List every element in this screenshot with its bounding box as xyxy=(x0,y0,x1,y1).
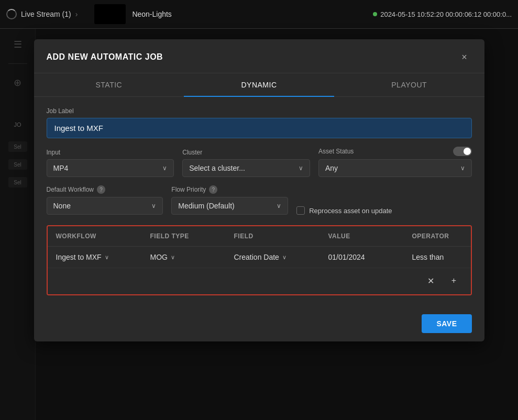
delete-row-button[interactable]: ✕ xyxy=(423,272,439,289)
live-stream-label: Live Stream (1) xyxy=(21,10,71,18)
input-group: Input MP4 ∨ xyxy=(47,149,174,177)
col-workflow: WORKFLOW xyxy=(56,233,150,240)
modal-overlay: ADD NEW AUTOMATIC JOB × STATIC DYNAMIC P… xyxy=(0,29,518,420)
workflow-chevron-icon: ∨ xyxy=(151,202,156,209)
timestamp-display: 2024-05-15 10:52:20 00:00:06:12 00:00:0.… xyxy=(380,10,512,18)
table-header: WORKFLOW FIELD TYPE FIELD VALUE OPERATOR xyxy=(48,226,471,247)
value-cell-value: 01/01/2024 xyxy=(328,253,365,261)
job-label-input[interactable] xyxy=(47,118,472,138)
stream-thumbnail xyxy=(94,4,126,24)
col-value: VALUE xyxy=(328,233,412,240)
close-icon: × xyxy=(461,52,467,63)
cluster-chevron-icon: ∨ xyxy=(299,164,303,172)
field-cell-value: Creation Date xyxy=(234,253,279,261)
asset-status-chevron-icon: ∨ xyxy=(460,164,465,172)
toggle-knob xyxy=(464,148,471,155)
reprocess-group: Reprocess asset on update xyxy=(296,201,471,215)
table-row: Ingest to MXF ∨ MOG ∨ Creation Date ∨ 01… xyxy=(48,247,471,268)
input-select[interactable]: MP4 ∨ xyxy=(47,159,174,177)
default-workflow-label: Default Workflow xyxy=(47,186,94,193)
input-value: MP4 xyxy=(53,164,69,172)
operator-cell: Less than ∧ xyxy=(412,253,472,261)
col-field-type: FIELD TYPE xyxy=(150,233,234,240)
cluster-group: Cluster Select a cluster... ∨ xyxy=(182,149,310,177)
live-stream-section: Live Stream (1) › xyxy=(6,9,78,19)
col-field: FIELD xyxy=(234,233,328,240)
field-cell: Creation Date ∨ xyxy=(234,253,328,261)
tab-playout[interactable]: PLAYOUT xyxy=(334,73,484,96)
workflow-cell-chevron-icon[interactable]: ∨ xyxy=(105,254,109,261)
reprocess-label: Reprocess asset on update xyxy=(309,207,392,215)
flow-priority-group: Flow Priority ? Medium (Default) ∨ xyxy=(171,185,288,215)
workflow-help-icon[interactable]: ? xyxy=(97,185,105,194)
modal-tabs: STATIC DYNAMIC PLAYOUT xyxy=(34,73,484,97)
input-label: Input xyxy=(47,149,174,156)
cluster-label: Cluster xyxy=(182,149,310,156)
modal-body: Job Label Input MP4 ∨ Cluster Selec xyxy=(34,97,484,306)
field-type-cell-value: MOG xyxy=(150,253,168,261)
flow-priority-value: Medium (Default) xyxy=(178,202,234,210)
asset-status-value: Any xyxy=(325,164,338,172)
field-type-cell: MOG ∨ xyxy=(150,253,234,261)
col-operator: OPERATOR xyxy=(412,233,472,240)
workflow-cell-value: Ingest to MXF xyxy=(56,253,102,261)
add-job-modal: ADD NEW AUTOMATIC JOB × STATIC DYNAMIC P… xyxy=(34,39,484,341)
online-indicator xyxy=(373,12,377,16)
modal-header: ADD NEW AUTOMATIC JOB × xyxy=(34,39,484,73)
toggle-switch[interactable] xyxy=(453,147,472,156)
job-label-group: Job Label xyxy=(47,107,472,138)
default-workflow-group: Default Workflow ? None ∨ xyxy=(47,185,163,215)
field-type-cell-chevron-icon[interactable]: ∨ xyxy=(171,254,175,261)
stream-info: Neon-Lights xyxy=(94,4,172,24)
priority-help-icon[interactable]: ? xyxy=(209,185,217,194)
field-cell-chevron-icon[interactable]: ∨ xyxy=(282,254,286,261)
chevron-right-icon: › xyxy=(75,10,78,18)
asset-status-select[interactable]: Any ∨ xyxy=(318,159,472,177)
conditions-table: WORKFLOW FIELD TYPE FIELD VALUE OPERATOR… xyxy=(47,225,472,295)
top-bar: Live Stream (1) › Neon-Lights 2024-05-15… xyxy=(0,0,518,29)
cluster-value: Select a cluster... xyxy=(189,164,245,172)
cluster-select[interactable]: Select a cluster... ∨ xyxy=(182,159,310,177)
asset-status-group: Asset Status Any ∨ xyxy=(318,147,472,177)
workflow-cell: Ingest to MXF ∨ xyxy=(56,253,150,261)
add-row-button[interactable]: + xyxy=(446,272,462,289)
stream-name: Neon-Lights xyxy=(132,10,172,18)
save-button[interactable]: SAVE xyxy=(422,314,471,333)
modal-title: ADD NEW AUTOMATIC JOB xyxy=(47,52,163,62)
operator-cell-value: Less than xyxy=(412,253,444,261)
priority-chevron-icon: ∨ xyxy=(277,202,281,209)
row-input-cluster-asset: Input MP4 ∨ Cluster Select a cluster... … xyxy=(47,147,472,177)
asset-status-label: Asset Status xyxy=(318,148,354,155)
job-label-label: Job Label xyxy=(47,107,472,115)
flow-priority-select[interactable]: Medium (Default) ∨ xyxy=(171,197,288,215)
tab-static[interactable]: STATIC xyxy=(34,73,184,96)
default-workflow-select[interactable]: None ∨ xyxy=(47,197,163,215)
top-bar-right: 2024-05-15 10:52:20 00:00:06:12 00:00:0.… xyxy=(373,10,512,18)
reprocess-row: Reprocess asset on update xyxy=(296,206,471,215)
table-action-row: ✕ + xyxy=(48,268,471,294)
spinner-icon xyxy=(6,9,17,19)
row-workflow-priority: Default Workflow ? None ∨ Flow Priority … xyxy=(47,185,472,215)
flow-priority-label: Flow Priority xyxy=(171,186,206,193)
input-chevron-icon: ∨ xyxy=(162,164,167,172)
value-cell: 01/01/2024 xyxy=(328,253,412,261)
default-workflow-value: None xyxy=(53,202,71,210)
close-button[interactable]: × xyxy=(457,50,472,64)
tab-dynamic[interactable]: DYNAMIC xyxy=(184,73,334,96)
modal-footer: SAVE xyxy=(34,306,484,341)
reprocess-checkbox[interactable] xyxy=(296,206,305,215)
